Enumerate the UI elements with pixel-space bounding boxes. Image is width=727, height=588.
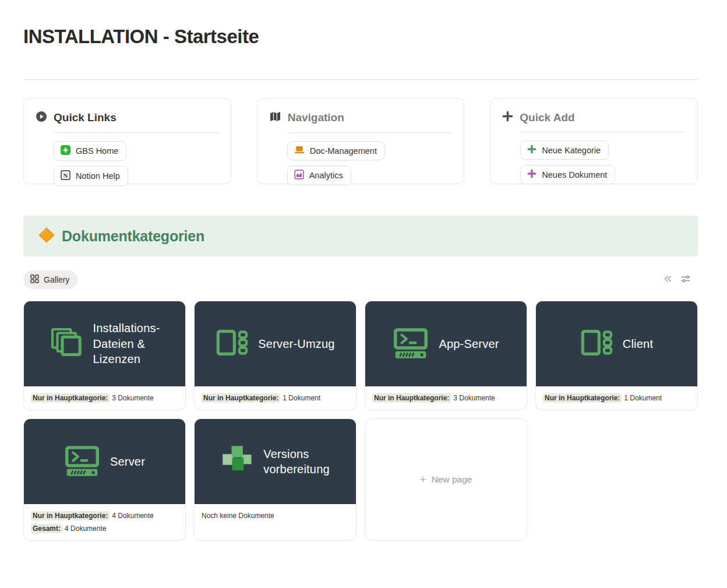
toolbar-actions [663, 274, 698, 286]
prop-value: 3 Dokumente [453, 394, 495, 402]
notion-logo-icon: N [61, 170, 70, 182]
filter-sliders-icon[interactable] [680, 274, 691, 286]
callout-quick-links-header: Quick Links [36, 108, 219, 125]
terminal-server-icon [64, 445, 100, 478]
button-label: Neues Dokument [542, 170, 607, 179]
button-label: Analytics [309, 171, 343, 180]
card-caption: Nur in Hauptkategorie:3 Dokumente [24, 386, 185, 410]
callout-body: GBS Home N Notion Help [54, 132, 219, 186]
prop-label: Nur in Hauptkategorie: [543, 393, 622, 403]
card-caption: Nur in Hauptkategorie:1 Dokument [195, 386, 356, 410]
card-cover: App-Server [365, 301, 527, 386]
card-title: Client [623, 336, 653, 352]
play-circle-icon [36, 111, 47, 125]
button-label: GBS Home [76, 146, 118, 156]
card-caption: Noch keine Dokumente [195, 504, 356, 527]
notion-page: INSTALLATION - Startseite Quick Links GB… [0, 26, 727, 541]
gbs-sparkle-icon [61, 145, 70, 157]
card-app-server[interactable]: App-Server Nur in Hauptkategorie:3 Dokum… [365, 301, 527, 410]
gallery-grid: Installations- Dateien & Lizenzen Nur in… [23, 301, 698, 541]
tab-gallery[interactable]: Gallery [23, 270, 77, 289]
card-installations-dateien-lizenzen[interactable]: Installations- Dateien & Lizenzen Nur in… [23, 301, 186, 410]
prop-value: 1 Dokument [624, 394, 662, 402]
version-squares-icon [221, 444, 253, 479]
neue-kategorie-button[interactable]: Neue Kategorie [520, 140, 609, 160]
card-cover: Server-Umzug [195, 301, 356, 386]
prop-label: Gesamt: [31, 524, 62, 533]
prop-label: Nur in Hauptkategorie: [372, 393, 451, 403]
button-label: Neue Kategorie [542, 146, 601, 155]
section-banner-dokumentkategorien: Dokumentkategorien [23, 216, 698, 256]
view-toolbar: Gallery [23, 270, 698, 289]
plus-icon [502, 111, 513, 124]
gbs-home-button[interactable]: GBS Home [54, 141, 126, 161]
card-caption: Nur in Hauptkategorie:1 Dokument [536, 386, 697, 410]
chart-icon [294, 170, 304, 181]
card-cover: Client [536, 301, 697, 386]
tab-gallery-label: Gallery [44, 275, 69, 284]
button-label: Doc-Management [310, 146, 377, 156]
card-title: App-Server [439, 336, 499, 352]
card-caption: Nur in Hauptkategorie:4 Dokumente Gesamt… [24, 504, 185, 540]
button-label: Notion Help [76, 171, 120, 181]
plus-purple-icon [527, 169, 537, 180]
neues-dokument-button[interactable]: Neues Dokument [520, 165, 615, 184]
new-page-label: New page [432, 474, 472, 485]
prop-label: Nur in Hauptkategorie: [31, 393, 110, 403]
prop-value: 1 Dokument [283, 394, 320, 402]
card-title: Server-Umzug [258, 336, 334, 352]
gallery-grid-icon [30, 274, 39, 285]
callout-row: Quick Links GBS Home N Notion [23, 98, 698, 184]
callout-navigation: Navigation Doc-Management Ana [257, 98, 465, 184]
client-device-icon [216, 328, 248, 360]
card-versionsvorbereitung[interactable]: Versions vorbereitung Noch keine Dokumen… [194, 418, 357, 541]
callout-divider [54, 132, 219, 133]
card-title: Server [110, 454, 145, 470]
page-title: INSTALLATION - Startseite [23, 26, 698, 48]
callout-title: Navigation [288, 111, 344, 124]
stacked-copies-icon [49, 326, 83, 362]
prop-value: 4 Dokumente [112, 512, 153, 520]
callout-quick-add: Quick Add Neue Kategorie Neue [490, 98, 698, 184]
callout-divider [520, 132, 686, 132]
prop-label: Nur in Hauptkategorie: [31, 511, 110, 520]
callout-body: Doc-Management Analytics [287, 132, 453, 185]
callout-divider [287, 132, 453, 133]
card-server-umzug[interactable]: Server-Umzug Nur in Hauptkategorie:1 Dok… [194, 301, 357, 410]
callout-title: Quick Links [54, 111, 117, 124]
collapse-chevrons-icon[interactable] [663, 274, 673, 286]
analytics-button[interactable]: Analytics [287, 166, 351, 185]
section-title: Dokumentkategorien [62, 228, 204, 245]
new-page-button[interactable]: + New page [365, 418, 527, 541]
card-cover: Server [24, 419, 185, 504]
callout-body: Neue Kategorie Neues Dokument [520, 132, 686, 184]
callout-quick-add-header: Quick Add [502, 108, 686, 124]
client-device-icon [580, 328, 613, 360]
orange-diamond-icon [38, 227, 55, 245]
callout-title: Quick Add [520, 111, 574, 124]
prop-label: Nur in Hauptkategorie: [202, 393, 280, 403]
card-server[interactable]: Server Nur in Hauptkategorie:4 Dokumente… [23, 418, 186, 541]
terminal-server-icon [393, 328, 429, 361]
title-divider [23, 79, 698, 80]
card-cover: Versions vorbereitung [195, 419, 356, 504]
card-note: Noch keine Dokumente [202, 512, 274, 520]
callout-quick-links: Quick Links GBS Home N Notion [23, 98, 231, 184]
prop-value: 3 Dokumente [112, 394, 153, 402]
card-title: Versions vorbereitung [263, 446, 330, 477]
card-cover: Installations- Dateien & Lizenzen [24, 301, 185, 386]
callout-navigation-header: Navigation [269, 108, 453, 125]
notion-help-button[interactable]: N Notion Help [54, 166, 128, 186]
card-client[interactable]: Client Nur in Hauptkategorie:1 Dokument [535, 301, 698, 410]
prop-value: 4 Dokumente [65, 524, 106, 533]
card-caption: Nur in Hauptkategorie:3 Dokumente [365, 386, 527, 410]
card-title: Installations- Dateien & Lizenzen [93, 321, 160, 367]
laptop-icon [294, 145, 305, 156]
plus-icon: + [420, 473, 426, 486]
map-icon [269, 111, 281, 125]
doc-management-button[interactable]: Doc-Management [287, 141, 385, 160]
plus-green-icon [527, 145, 537, 156]
svg-text:N: N [63, 172, 68, 179]
